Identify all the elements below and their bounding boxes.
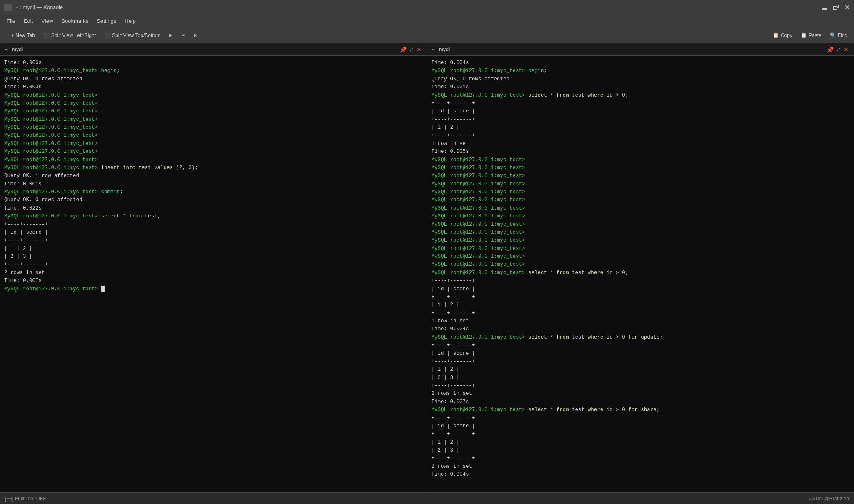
find-button[interactable]: 🔍 Find xyxy=(827,31,851,40)
plus-icon: + xyxy=(7,32,10,38)
status-bar: [F3] Multiline: OFF CSDN @Branzino xyxy=(0,492,854,504)
toolbar: + + New Tab ⬛ Split View Left/Right ⬛ Sp… xyxy=(0,27,854,43)
find-icon: 🔍 xyxy=(830,32,836,38)
split-lr-icon: ⬛ xyxy=(43,32,50,38)
split-lr-label: Split View Left/Right xyxy=(51,32,96,38)
terminals-wrapper: ~ : mycli 📌 ⤢ ✕ ~ : mycli 📌 ⤢ ✕ Time: 0.… xyxy=(0,43,854,492)
right-terminal[interactable]: Time: 0.004sMySQL root@127.0.0.1:myc_tes… xyxy=(427,56,854,492)
menu-view[interactable]: View xyxy=(38,16,56,26)
split-tabs: ~ : mycli 📌 ⤢ ✕ ~ : mycli 📌 ⤢ ✕ xyxy=(0,43,854,56)
split-top-bottom-button[interactable]: ⬛ Split View Top/Bottom xyxy=(101,31,164,40)
main-window: ~ : mycli — Konsole 🗕 🗗 ✕ File Edit View… xyxy=(0,0,854,504)
right-tab-pin[interactable]: 📌 xyxy=(827,47,834,52)
minimize-button[interactable]: 🗕 xyxy=(821,4,828,11)
left-tab[interactable]: ~ : mycli 📌 ⤢ ✕ xyxy=(0,43,427,55)
restore-button[interactable]: 🗗 xyxy=(833,4,839,11)
menu-bookmarks[interactable]: Bookmarks xyxy=(58,16,92,26)
split-tb-label: Split View Top/Bottom xyxy=(112,32,160,38)
terminals: Time: 0.006sMySQL root@127.0.0.1:myc_tes… xyxy=(0,56,854,492)
split-tb-icon: ⬛ xyxy=(104,32,110,38)
right-tab-expand[interactable]: ⤢ xyxy=(836,47,841,52)
split-left-right-button[interactable]: ⬛ Split View Left/Right xyxy=(40,31,99,40)
layout-icon2: ⊟ xyxy=(181,32,185,38)
copy-icon: 📋 xyxy=(773,32,779,38)
copy-button[interactable]: 📋 Copy xyxy=(769,31,796,40)
left-terminal[interactable]: Time: 0.006sMySQL root@127.0.0.1:myc_tes… xyxy=(0,56,427,492)
menu-file[interactable]: File xyxy=(3,16,19,26)
left-tab-close[interactable]: ✕ xyxy=(417,47,422,52)
left-tab-expand[interactable]: ⤢ xyxy=(409,47,414,52)
toolbar-right: 📋 Copy 📋 Paste 🔍 Find xyxy=(769,31,851,40)
left-tab-pin[interactable]: 📌 xyxy=(400,47,407,52)
title-bar-left: ~ : mycli — Konsole xyxy=(4,4,63,11)
layout-icon1: ⊞ xyxy=(169,32,173,38)
menu-bar: File Edit View Bookmarks Settings Help xyxy=(0,15,854,27)
left-tab-title: ~ : mycli xyxy=(5,47,23,52)
copy-label: Copy xyxy=(781,32,792,38)
layout-icon3: ⊠ xyxy=(194,32,198,38)
paste-icon: 📋 xyxy=(801,32,807,38)
window-app-icon xyxy=(4,4,12,11)
menu-help[interactable]: Help xyxy=(121,16,139,26)
title-bar-controls: 🗕 🗗 ✕ xyxy=(821,4,850,11)
left-tab-controls: 📌 ⤢ ✕ xyxy=(400,47,422,52)
window-title: ~ : mycli — Konsole xyxy=(15,4,63,10)
paste-button[interactable]: 📋 Paste xyxy=(797,31,825,40)
close-window-button[interactable]: ✕ xyxy=(844,4,850,11)
multiline-status: [F3] Multiline: OFF xyxy=(5,496,46,502)
menu-settings[interactable]: Settings xyxy=(93,16,120,26)
brand-label: CSDN @Branzino xyxy=(809,496,849,502)
find-label: Find xyxy=(838,32,847,38)
new-tab-button[interactable]: + + New Tab xyxy=(3,31,38,40)
menu-edit[interactable]: Edit xyxy=(20,16,36,26)
layout-btn1[interactable]: ⊞ xyxy=(165,31,176,40)
title-bar: ~ : mycli — Konsole 🗕 🗗 ✕ xyxy=(0,0,854,15)
right-tab-controls: 📌 ⤢ ✕ xyxy=(827,47,849,52)
paste-label: Paste xyxy=(809,32,822,38)
right-tab-title: ~ : mycli xyxy=(432,47,450,52)
layout-btn3[interactable]: ⊠ xyxy=(190,31,201,40)
new-tab-label: + New Tab xyxy=(11,32,35,38)
right-tab-close[interactable]: ✕ xyxy=(844,47,849,52)
layout-btn2[interactable]: ⊟ xyxy=(178,31,189,40)
right-tab[interactable]: ~ : mycli 📌 ⤢ ✕ xyxy=(427,43,854,55)
